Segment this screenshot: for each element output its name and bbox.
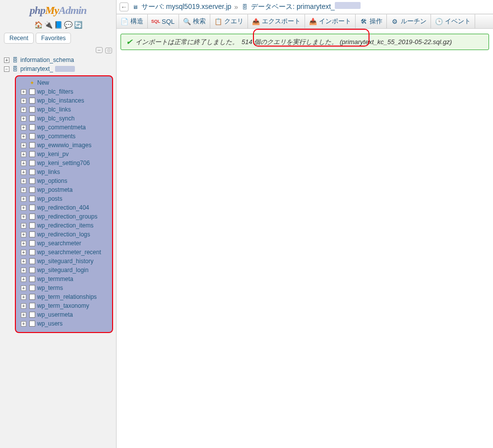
logout-icon[interactable]: 🔌 <box>44 21 52 29</box>
plus-icon[interactable]: + <box>21 178 26 184</box>
back-icon[interactable]: ← <box>120 2 128 11</box>
plus-icon[interactable]: + <box>21 107 26 112</box>
table-icon <box>29 258 35 264</box>
table-row[interactable]: +wp_siteguard_login <box>17 266 111 275</box>
table-row[interactable]: +wp_postmeta <box>17 185 111 194</box>
table-row[interactable]: +wp_options <box>17 176 111 185</box>
plus-icon[interactable]: + <box>21 214 26 220</box>
table-name: wp_redirection_404 <box>37 204 89 211</box>
table-icon <box>29 231 35 237</box>
table-row[interactable]: +wp_commentmeta <box>17 123 111 132</box>
table-row[interactable]: +wp_links <box>17 168 111 176</box>
table-row[interactable]: +wp_searchmeter_recent <box>17 248 111 257</box>
tool-label: エクスポート <box>262 17 301 26</box>
plus-icon[interactable]: + <box>21 250 26 255</box>
table-name: wp_searchmeter <box>37 240 81 247</box>
plus-icon[interactable]: + <box>21 223 26 228</box>
plus-icon[interactable]: + <box>21 277 26 282</box>
db-label: information_schema <box>20 56 74 63</box>
table-row[interactable]: +wp_redirection_logs <box>17 230 111 239</box>
plus-icon[interactable]: + <box>21 169 26 175</box>
tab-favorites[interactable]: Favorites <box>36 33 71 44</box>
table-icon <box>29 312 35 318</box>
plus-icon[interactable]: + <box>21 187 26 193</box>
table-row[interactable]: +wp_blc_filters <box>17 87 111 96</box>
table-row[interactable]: +wp_siteguard_history <box>17 257 111 266</box>
table-row[interactable]: +wp_keni_pv <box>17 150 111 159</box>
table-row[interactable]: +wp_term_relationships <box>17 292 111 301</box>
logo[interactable]: phpMyAdmin <box>0 0 116 19</box>
table-row[interactable]: +wp_blc_synch <box>17 114 111 123</box>
table-row[interactable]: +wp_termmeta <box>17 275 111 283</box>
plus-icon[interactable]: + <box>21 232 26 237</box>
plus-icon[interactable]: + <box>21 303 26 309</box>
new-table-row[interactable]: ✦ New <box>17 78 111 87</box>
home-icon[interactable]: 🏠 <box>34 21 42 29</box>
tool-operations[interactable]: 🛠操作 <box>356 14 387 28</box>
db-info-schema[interactable]: + 🗄 information_schema <box>4 56 116 64</box>
plus-icon[interactable]: + <box>21 98 26 104</box>
plus-icon[interactable]: + <box>4 57 9 63</box>
plus-icon[interactable]: + <box>21 89 26 95</box>
plus-icon[interactable]: + <box>21 161 26 166</box>
table-row[interactable]: +wp_redirection_groups <box>17 212 111 221</box>
plus-icon[interactable]: + <box>21 312 26 318</box>
table-row[interactable]: +wp_terms <box>17 283 111 292</box>
table-name: wp_options <box>37 177 67 184</box>
tool-search[interactable]: 🔍検索 <box>179 14 210 28</box>
plus-icon[interactable]: + <box>21 259 26 264</box>
plus-icon[interactable]: + <box>21 143 26 148</box>
tool-query[interactable]: 📋クエリ <box>210 14 248 28</box>
plus-icon[interactable]: + <box>21 321 26 327</box>
sql-icon[interactable]: 💬 <box>64 21 72 29</box>
table-row[interactable]: +wp_ewwwio_images <box>17 141 111 150</box>
plus-icon[interactable]: + <box>21 152 26 157</box>
logo-admin: Admin <box>59 4 86 16</box>
plus-icon[interactable]: + <box>21 125 26 130</box>
tool-events[interactable]: 🕒イベント <box>431 14 475 28</box>
collapse-all-icon[interactable]: − <box>96 47 103 53</box>
table-row[interactable]: +wp_term_taxonomy <box>17 301 111 310</box>
table-row[interactable]: +wp_blc_links <box>17 105 111 114</box>
tool-routines[interactable]: ⚙ルーチン <box>387 14 431 28</box>
sidebar: phpMyAdmin 🏠 🔌 📘 💬 🔄 Recent Favorites − … <box>0 0 117 448</box>
plus-icon[interactable]: + <box>21 134 26 139</box>
plus-icon[interactable]: + <box>21 294 26 300</box>
tool-import[interactable]: 📥インポート <box>305 14 356 28</box>
table-row[interactable]: +wp_redirection_404 <box>17 203 111 212</box>
plus-icon[interactable]: + <box>21 196 26 202</box>
table-row[interactable]: +wp_posts <box>17 194 111 203</box>
db-primarytext[interactable]: − 🗄 primarytext_ <box>4 64 116 73</box>
plus-icon[interactable]: + <box>21 285 26 291</box>
table-row[interactable]: +wp_searchmeter <box>17 239 111 248</box>
table-row[interactable]: +wp_usermeta <box>17 310 111 319</box>
table-icon <box>29 98 35 104</box>
minus-icon[interactable]: − <box>4 66 9 72</box>
plus-icon[interactable]: + <box>21 116 26 121</box>
plus-icon[interactable]: + <box>21 241 26 246</box>
tool-export[interactable]: 📤エクスポート <box>248 14 305 28</box>
table-icon <box>29 196 35 202</box>
plus-icon[interactable]: + <box>21 268 26 273</box>
tool-structure[interactable]: 📄構造 <box>117 14 148 28</box>
bc-server[interactable]: サーバ: mysql5019.xserver.jp <box>141 2 231 11</box>
bc-database[interactable]: データベース: primarytext_ <box>251 2 361 11</box>
link-icon[interactable]: ⦾ <box>105 48 112 54</box>
plus-icon[interactable]: + <box>21 205 26 211</box>
docs-icon[interactable]: 📘 <box>54 21 62 29</box>
table-name: wp_term_relationships <box>37 293 97 300</box>
tool-label: ルーチン <box>401 17 427 26</box>
table-name: wp_siteguard_login <box>37 267 88 274</box>
table-row[interactable]: +wp_users <box>17 319 111 328</box>
table-row[interactable]: +wp_comments <box>17 132 111 141</box>
table-icon <box>29 133 35 139</box>
reload-icon[interactable]: 🔄 <box>74 21 82 29</box>
table-icon <box>29 294 35 300</box>
table-row[interactable]: +wp_blc_instances <box>17 96 111 105</box>
table-row[interactable]: +wp_redirection_items <box>17 221 111 230</box>
tool-sql[interactable]: SQLSQL <box>148 14 179 28</box>
table-row[interactable]: +wp_keni_setting706 <box>17 159 111 168</box>
table-name: wp_redirection_logs <box>37 231 90 238</box>
tool-label: イベント <box>445 17 471 26</box>
tab-recent[interactable]: Recent <box>4 33 34 44</box>
